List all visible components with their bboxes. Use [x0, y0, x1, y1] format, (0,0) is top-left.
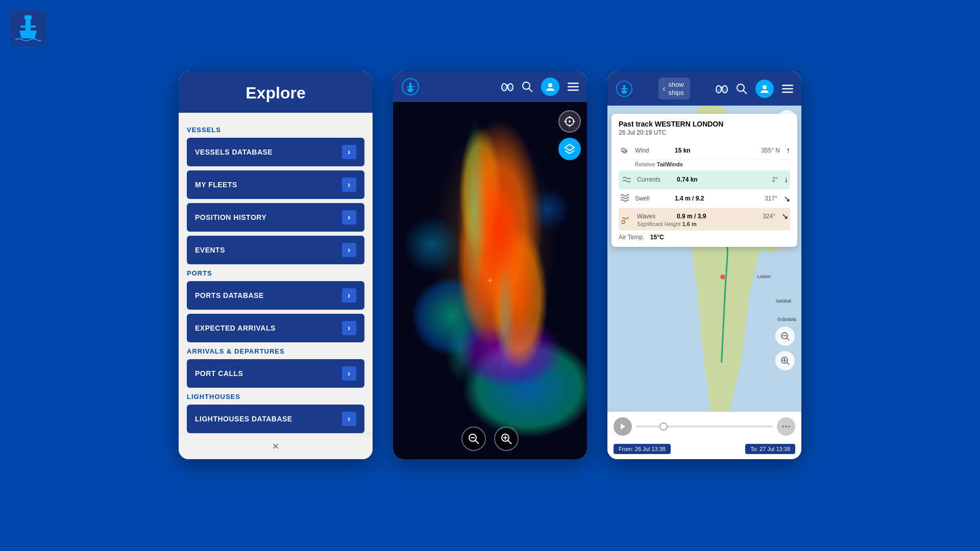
menu-btn-lighthouses-database[interactable]: LIGHTHOUSES DATABASE › — [187, 405, 364, 433]
menu-button-track[interactable] — [782, 85, 793, 93]
zoom-plus-button[interactable] — [775, 350, 795, 371]
wind-relative-row: Relative TailWinds — [619, 160, 790, 170]
currents-icon — [621, 173, 633, 186]
svg-point-13 — [509, 86, 512, 90]
menu-btn-my-fleets[interactable]: MY FLEETS › — [187, 170, 364, 199]
svg-point-72 — [782, 426, 784, 428]
app-logo — [10, 10, 46, 46]
more-options-button[interactable] — [777, 417, 795, 436]
to-label: To: — [750, 446, 758, 452]
svg-marker-6 — [407, 89, 413, 92]
zoom-in-button[interactable] — [494, 427, 519, 451]
ship-logo-icon — [401, 78, 420, 96]
track-zoom-controls — [775, 326, 795, 371]
timeline-track[interactable] — [636, 425, 773, 428]
chevron-icon: › — [342, 145, 356, 159]
swell-bearing: 317° — [765, 195, 777, 202]
waves-bearing: 324° — [763, 213, 775, 220]
close-button[interactable]: × — [273, 440, 279, 453]
waves-value: 0.9 m / 3.9 — [677, 213, 706, 220]
crosshair-icon: + — [487, 276, 493, 286]
svg-marker-37 — [621, 90, 627, 93]
from-label: From: — [619, 446, 633, 452]
binoculars-button-track[interactable] — [716, 84, 728, 93]
binoculars-button[interactable] — [501, 82, 513, 91]
svg-line-33 — [508, 440, 511, 444]
svg-point-44 — [723, 88, 726, 92]
svg-point-43 — [717, 88, 720, 92]
user-avatar-button[interactable] — [541, 78, 559, 96]
svg-point-52 — [720, 274, 725, 280]
menu-button[interactable] — [568, 83, 579, 91]
wind-row: Wind 15 kn 355° N ↑ — [619, 141, 790, 160]
svg-point-47 — [763, 85, 767, 89]
lisbon-label: Lisbon — [757, 274, 771, 279]
explore-header: Explore — [179, 71, 373, 113]
search-button-track[interactable] — [736, 83, 747, 94]
svg-point-14 — [523, 82, 530, 89]
wind-relative-label: Relative — [635, 161, 657, 167]
svg-marker-2 — [19, 31, 37, 38]
wind-icon — [619, 144, 631, 157]
explore-footer: × — [179, 433, 373, 459]
svg-line-68 — [787, 362, 789, 365]
svg-line-65 — [787, 338, 789, 340]
location-button[interactable] — [558, 110, 581, 133]
screen-track: ‹ show ships — [607, 71, 801, 459]
panel-title: Past track WESTERN LONDON — [619, 120, 790, 128]
from-date-pill: From: 26 Jul 13:38 — [614, 444, 671, 454]
user-avatar-button-track[interactable] — [755, 80, 774, 98]
play-button[interactable] — [614, 417, 632, 436]
svg-rect-1 — [24, 15, 32, 19]
wind-bearing: 355° N — [761, 147, 780, 154]
show-ships-line1: show — [668, 81, 683, 89]
chevron-icon: › — [342, 321, 356, 335]
chevron-icon: › — [342, 243, 356, 257]
menu-btn-ports-database[interactable]: PORTS DATABASE › — [187, 281, 364, 310]
menu-btn-vessels-database[interactable]: VESSELS DATABASE › — [187, 138, 364, 166]
chevron-icon: › — [342, 288, 356, 303]
currents-label: Currents — [637, 176, 673, 183]
svg-point-73 — [786, 426, 787, 428]
wind-speed: 15 kn — [675, 147, 691, 154]
swell-row: Swell 1.4 m / 9.2 317° ↘ — [619, 189, 790, 208]
playback-bar — [607, 412, 801, 441]
svg-rect-19 — [568, 90, 579, 91]
svg-rect-17 — [568, 83, 579, 84]
svg-rect-4 — [20, 26, 36, 28]
menu-btn-events[interactable]: EVENTS › — [187, 236, 364, 264]
map-body: + — [393, 102, 587, 459]
chevron-icon: › — [342, 366, 356, 381]
zoom-minus-button[interactable] — [775, 326, 795, 346]
info-panel: Past track WESTERN LONDON 26 Jul 20:19 U… — [611, 114, 797, 247]
search-button[interactable] — [522, 81, 533, 92]
explore-content: VESSELS VESSELS DATABASE › MY FLEETS › P… — [179, 113, 373, 433]
svg-rect-38 — [623, 85, 625, 90]
waves-sig-label: Significant Height — [637, 221, 681, 227]
chevron-icon: › — [342, 210, 356, 224]
svg-line-27 — [565, 151, 570, 154]
currents-arrow-icon: ↓ — [784, 175, 788, 184]
track-header: ‹ show ships — [607, 71, 801, 106]
svg-rect-7 — [409, 83, 411, 89]
svg-line-30 — [475, 440, 479, 444]
zoom-out-button[interactable] — [461, 427, 486, 451]
svg-point-63 — [622, 220, 625, 223]
waves-sig-value: 1.6 m — [682, 221, 697, 227]
show-ships-button[interactable]: ‹ show ships — [658, 78, 690, 99]
svg-rect-8 — [407, 86, 414, 87]
layers-button[interactable] — [558, 138, 581, 160]
back-arrow-icon: ‹ — [663, 84, 665, 93]
to-date-pill: To: 27 Jul 13:38 — [745, 444, 795, 454]
map-controls-right — [558, 110, 581, 160]
svg-rect-50 — [782, 91, 793, 93]
svg-marker-71 — [621, 423, 625, 430]
menu-btn-expected-arrivals[interactable]: EXPECTED ARRIVALS › — [187, 314, 364, 342]
timeline-thumb[interactable] — [659, 422, 668, 431]
screen-explore: Explore VESSELS VESSELS DATABASE › MY FL… — [179, 71, 373, 459]
svg-rect-49 — [782, 88, 793, 89]
menu-btn-port-calls[interactable]: PORT CALLS › — [187, 359, 364, 388]
panel-date: 26 Jul 20:19 UTC — [619, 129, 790, 136]
menu-btn-position-history[interactable]: POSITION HISTORY › — [187, 203, 364, 232]
air-temp-label: Air Temp. — [619, 234, 644, 241]
